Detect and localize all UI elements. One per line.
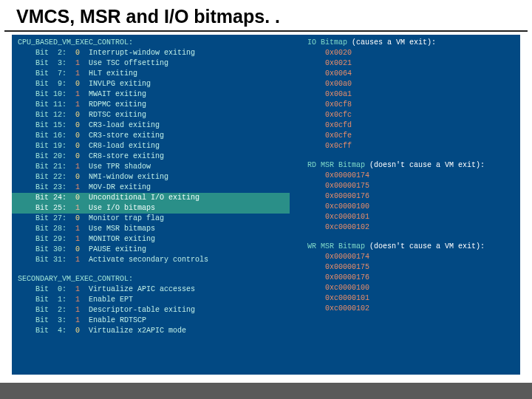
io-bitmap-header: IO Bitmap (causes a VM exit): [307, 38, 514, 48]
bit-row: Bit 0: 1 Virtualize APIC accesses [18, 284, 291, 295]
wr-msr-header: WR MSR Bitmap (doesn't cause a VM exit): [307, 242, 514, 252]
hex-value: 0xc0000102 [307, 304, 514, 314]
bit-row: Bit 3: 1 Enable RDTSCP [18, 316, 291, 326]
bit-row: Bit 16: 0 CR3-store exiting [18, 131, 291, 141]
cpu-based-bit-list: Bit 2: 0 Interrupt-window exiting Bit 3:… [18, 48, 291, 193]
hex-value: 0x0020 [307, 48, 514, 58]
hex-value: 0x00000174 [307, 252, 514, 262]
io-bitmap-values: 0x0020 0x0021 0x0064 0x00a0 0x00a1 0x0cf… [307, 48, 514, 151]
hex-value: 0x0021 [307, 58, 514, 69]
hex-value: 0x0cfc [307, 110, 514, 120]
bit-row: Bit 27: 0 Monitor trap flag [18, 214, 291, 224]
bit-row: Bit 28: 1 Use MSR bitmaps [18, 224, 291, 234]
bit-row: Bit 20: 0 CR8-store exiting [18, 151, 291, 162]
bit-row: Bit 9: 0 INVLPG exiting [18, 79, 291, 89]
bit-row: Bit 23: 1 MOV-DR exiting [18, 183, 291, 193]
bit-row: Bit 11: 1 RDPMC exiting [18, 100, 291, 110]
bit-row: Bit 21: 1 Use TPR shadow [18, 162, 291, 172]
bit-row: Bit 12: 0 RDTSC exiting [18, 110, 291, 120]
hex-value: 0x0cfe [307, 131, 514, 141]
hex-value: 0xc0000100 [307, 283, 514, 293]
wr-msr-values: 0x00000174 0x00000175 0x00000176 0xc0000… [307, 252, 514, 314]
hex-value: 0x00a0 [307, 79, 514, 89]
cpu-based-bit-list-after: Bit 27: 0 Monitor trap flag Bit 28: 1 Us… [18, 214, 291, 265]
secondary-bit-list: Bit 0: 1 Virtualize APIC accesses Bit 1:… [18, 284, 291, 336]
hex-value: 0x00000174 [307, 171, 514, 181]
bit-row: Bit 15: 0 CR3-load exiting [18, 120, 291, 131]
rd-msr-header: RD MSR Bitmap (doesn't cause a VM exit): [307, 160, 514, 171]
bit-row: Bit 30: 0 PAUSE exiting [18, 245, 291, 255]
bit-row: Bit 1: 1 Enable EPT [18, 295, 291, 305]
section-header-secondary: SECONDARY_VM_EXEC_CONTROL: [18, 274, 291, 284]
hex-value: 0x00000175 [307, 181, 514, 191]
hex-value: 0x0cff [307, 141, 514, 151]
bit-row: Bit 19: 0 CR8-load exiting [18, 141, 291, 151]
bit-row: Bit 10: 1 MWAIT exiting [18, 89, 291, 100]
terminal-panel: CPU_BASED_VM_EXEC_CONTROL: Bit 2: 0 Inte… [12, 35, 520, 375]
bit-row: Bit 31: 1 Activate secondary controls [18, 255, 291, 265]
section-header-cpu-based: CPU_BASED_VM_EXEC_CONTROL: [18, 38, 291, 48]
right-column: IO Bitmap (causes a VM exit): 0x0020 0x0… [307, 38, 514, 314]
bit-row: Bit 22: 0 NMI-window exiting [18, 172, 291, 183]
hex-value: 0x00000176 [307, 191, 514, 202]
cpu-based-bit-list-highlight: Bit 24: 0 Unconditional I/O exiting Bit … [18, 193, 291, 214]
hex-value: 0x00000176 [307, 273, 514, 283]
hex-value: 0xc0000100 [307, 202, 514, 212]
hex-value: 0x00000175 [307, 262, 514, 273]
bit-row: Bit 2: 0 Interrupt-window exiting [18, 48, 291, 58]
hex-value: 0x00a1 [307, 89, 514, 100]
slide-title: VMCS, MSR and I/O bitmaps. . [0, 0, 532, 30]
bit-row: Bit 2: 1 Descriptor-table exiting [18, 305, 291, 316]
hex-value: 0xc0000102 [307, 222, 514, 233]
bit-row: Bit 24: 0 Unconditional I/O exiting [12, 193, 290, 203]
hex-value: 0x0cfd [307, 120, 514, 131]
title-underline [4, 30, 528, 32]
hex-value: 0x0cf8 [307, 100, 514, 110]
hex-value: 0x0064 [307, 69, 514, 79]
rd-msr-values: 0x00000174 0x00000175 0x00000176 0xc0000… [307, 171, 514, 233]
bit-row: Bit 7: 1 HLT exiting [18, 69, 291, 79]
bit-row: Bit 29: 1 MONITOR exiting [18, 234, 291, 245]
slide: VMCS, MSR and I/O bitmaps. . CPU_BASED_V… [0, 0, 532, 399]
left-column: CPU_BASED_VM_EXEC_CONTROL: Bit 2: 0 Inte… [18, 38, 291, 336]
bit-row: Bit 3: 1 Use TSC offsetting [18, 58, 291, 69]
bit-row: Bit 25: 1 Use I/O bitmaps [12, 203, 290, 214]
bit-row: Bit 4: 0 Virtualize x2APIC mode [18, 326, 291, 336]
hex-value: 0xc0000101 [307, 212, 514, 222]
hex-value: 0xc0000101 [307, 293, 514, 304]
footer-strip [0, 383, 532, 399]
